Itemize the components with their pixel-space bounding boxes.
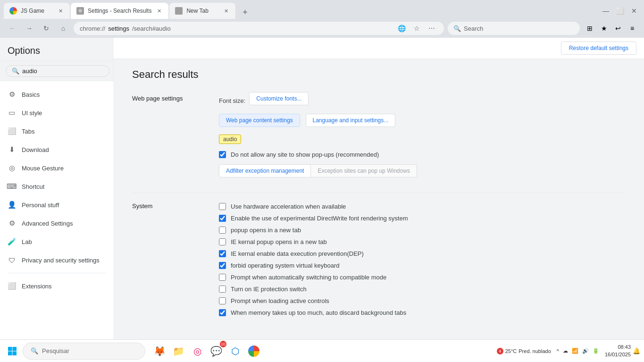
restore-button[interactable]: ⬜ xyxy=(614,5,626,17)
tab-close-settings[interactable]: ✕ xyxy=(155,7,163,15)
reload-button[interactable]: ↻ xyxy=(40,22,53,35)
restore-default-button[interactable]: Restore default settings xyxy=(561,42,636,55)
clock[interactable]: 08:43 16/01/2025 xyxy=(605,344,631,358)
taskbar-app-whatsapp[interactable]: 💬 10 xyxy=(208,343,225,360)
web-page-content-settings-button[interactable]: Web page content settings xyxy=(219,114,300,127)
tray-wifi-icon[interactable]: 📶 xyxy=(572,348,578,354)
sidebar-item-download[interactable]: ⬇ Download xyxy=(0,141,109,159)
directwrite-label: Enable the use of experimental DirectWri… xyxy=(231,215,625,222)
translate-icon[interactable]: 🌐 xyxy=(395,22,408,34)
loading-controls-checkbox[interactable] xyxy=(219,297,226,304)
sidebar-item-shortcut[interactable]: ⌨ Shortcut xyxy=(0,177,109,195)
customize-fonts-button[interactable]: Customize fonts... xyxy=(249,92,309,105)
home-button[interactable]: ⌂ xyxy=(57,22,70,35)
forward-button[interactable]: → xyxy=(23,22,36,35)
ie-protection-checkbox[interactable] xyxy=(219,286,226,293)
taskbar-app-files[interactable]: 📁 xyxy=(170,343,187,360)
browser-main-area: Options 🔍 ⚙ Basics ▭ UI style xyxy=(0,38,644,339)
lab-icon: 🧪 xyxy=(8,237,16,246)
star-icon[interactable]: ★ xyxy=(598,22,610,34)
directwrite-checkbox[interactable] xyxy=(219,215,226,222)
search-box[interactable]: 🔍 Search xyxy=(448,22,580,35)
clock-time: 08:43 xyxy=(605,344,631,351)
taskbar-app-circles[interactable]: ◎ xyxy=(189,343,206,360)
settings-topbar: Restore default settings xyxy=(113,38,644,59)
sidebar-item-basics[interactable]: ⚙ Basics xyxy=(0,85,109,103)
ie-dep-row: IE kernal enable data execution preventi… xyxy=(219,248,625,260)
mouse-gesture-icon: ◎ xyxy=(8,164,16,172)
sidebar-label-download: Download xyxy=(22,146,49,153)
url-scheme: chrome:// xyxy=(80,25,105,32)
sidebar-label-extensions: Extensions xyxy=(22,283,52,290)
sidebar-item-personal-stuff[interactable]: 👤 Personal stuff xyxy=(0,196,109,214)
hw-accel-label: Use hardware acceleration when available xyxy=(231,203,625,210)
tab-title-settings: Settings - Search Results xyxy=(88,8,151,14)
tray-volume-icon[interactable]: 🔊 xyxy=(582,348,589,354)
sidebar-label-mouse-gesture: Mouse Gesture xyxy=(22,165,64,172)
history-icon[interactable]: ↩ xyxy=(612,22,624,34)
taskbar-app-browser[interactable]: 🦊 xyxy=(151,343,168,360)
weather-widget[interactable]: 4 25°C Pred. nublado xyxy=(497,348,551,354)
tab-close-newtab[interactable]: ✕ xyxy=(222,7,230,15)
sidebar-item-ui-style[interactable]: ▭ UI style xyxy=(0,104,109,122)
sidebar-item-mouse-gesture[interactable]: ◎ Mouse Gesture xyxy=(0,159,109,177)
menu-icon[interactable]: ≡ xyxy=(626,22,638,34)
sidebar-item-advanced-settings[interactable]: ⚙ Advanced Settings xyxy=(0,214,109,232)
language-input-settings-button[interactable]: Language and input settings... xyxy=(306,114,396,127)
sidebar-item-privacy-security[interactable]: 🛡 Privacy and security settings xyxy=(0,251,109,269)
tray-battery-icon[interactable]: 🔋 xyxy=(593,348,599,354)
compat-mode-checkbox[interactable] xyxy=(219,274,226,281)
popup-new-tab-checkbox[interactable] xyxy=(219,227,226,234)
minimize-button[interactable]: — xyxy=(600,5,612,17)
start-button[interactable] xyxy=(4,343,21,360)
tab-new-tab[interactable]: New Tab ✕ xyxy=(169,3,235,19)
forbid-kbd-checkbox[interactable] xyxy=(219,262,226,269)
svg-rect-2 xyxy=(8,351,12,355)
options-search-input[interactable] xyxy=(22,67,103,75)
font-size-label: Font size: xyxy=(219,97,245,104)
adfilter-button[interactable]: Adfilter exception management xyxy=(219,164,311,177)
tab-favicon-newtab xyxy=(175,7,183,15)
hw-accel-checkbox[interactable] xyxy=(219,203,226,210)
tab-js-game[interactable]: JS Game ✕ xyxy=(4,3,70,19)
system-section: System Use hardware acceleration when av… xyxy=(132,201,625,319)
personal-icon: 👤 xyxy=(8,201,16,209)
system-section-label: System xyxy=(132,201,208,319)
ie-popup-checkbox[interactable] xyxy=(219,238,226,245)
auto-discard-checkbox[interactable] xyxy=(219,309,226,316)
grid-icon[interactable]: ⊞ xyxy=(584,22,596,34)
taskbar-search-box[interactable]: 🔍 Pesquisar xyxy=(23,343,145,360)
back-button[interactable]: ← xyxy=(6,22,19,35)
font-size-row: Font size: Customize fonts... xyxy=(219,92,625,109)
bookmark-icon[interactable]: ☆ xyxy=(410,22,423,34)
download-icon: ⬇ xyxy=(8,145,16,154)
sidebar-item-extensions[interactable]: ⬜ Extensions xyxy=(0,277,109,295)
popup-checkbox[interactable] xyxy=(219,151,226,158)
privacy-icon: 🛡 xyxy=(8,256,16,264)
tray-cloud-icon[interactable]: ☁ xyxy=(563,348,568,354)
close-button[interactable]: ✕ xyxy=(628,5,640,17)
sidebar-item-lab[interactable]: 🧪 Lab xyxy=(0,233,109,251)
loading-controls-label: Prompt when loading active controls xyxy=(231,297,625,304)
whatsapp-badge: 10 xyxy=(220,341,226,347)
url-bar[interactable]: chrome:// settings /search#audio 🌐 ☆ ⋯ xyxy=(74,22,444,35)
url-host: settings xyxy=(108,25,129,32)
ie-dep-checkbox[interactable] xyxy=(219,250,226,257)
taskbar-app-vs[interactable]: ⬡ xyxy=(226,343,243,360)
web-page-section-label: Web page settings xyxy=(132,92,208,177)
system-tray: ^ ☁ 📶 🔊 🔋 xyxy=(553,348,603,354)
tray-expand-icon[interactable]: ^ xyxy=(557,348,559,354)
notification-icon[interactable]: 🔔 xyxy=(633,347,640,354)
new-tab-button[interactable]: + xyxy=(238,6,251,19)
sidebar-item-tabs[interactable]: ⬜ Tabs xyxy=(0,122,109,140)
advanced-icon: ⚙ xyxy=(8,219,16,227)
tab-settings[interactable]: ⚙ Settings - Search Results ✕ xyxy=(71,3,168,19)
more-icon[interactable]: ⋯ xyxy=(426,22,438,34)
tab-close-js-game[interactable]: ✕ xyxy=(57,7,64,15)
sidebar-divider xyxy=(8,273,106,273)
sidebar-label-basics: Basics xyxy=(22,91,40,98)
options-search[interactable]: 🔍 xyxy=(6,65,109,77)
taskbar-app-opera[interactable] xyxy=(245,343,262,360)
web-page-settings-section: Web page settings Font size: Customize f… xyxy=(132,92,625,177)
ie-dep-label: IE kernal enable data execution preventi… xyxy=(231,250,625,257)
